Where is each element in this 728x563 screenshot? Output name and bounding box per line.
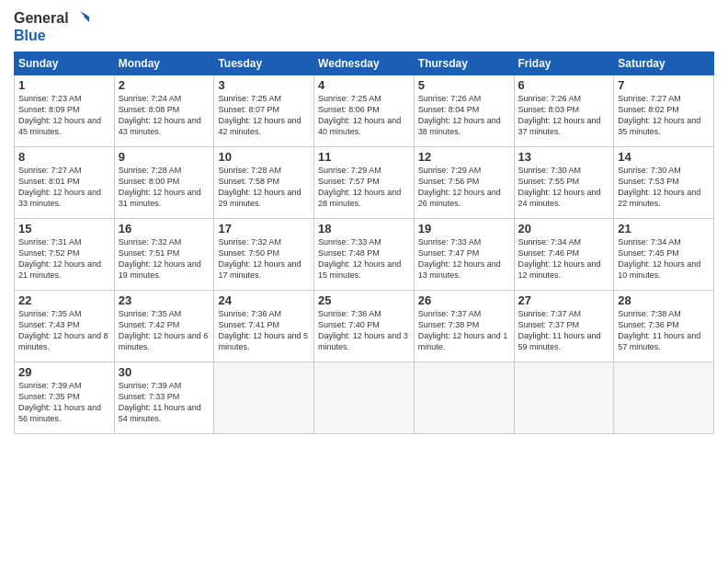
day-number: 25	[318, 293, 410, 307]
day-info: Sunrise: 7:30 AMSunset: 7:53 PMDaylight:…	[618, 165, 710, 210]
day-info: Sunrise: 7:36 AMSunset: 7:41 PMDaylight:…	[218, 308, 310, 353]
day-info: Sunrise: 7:32 AMSunset: 7:50 PMDaylight:…	[218, 236, 310, 282]
weekday-header-sunday: Sunday	[15, 52, 115, 75]
day-cell: 8Sunrise: 7:27 AMSunset: 8:01 PMDaylight…	[15, 147, 115, 219]
day-number: 8	[18, 150, 110, 164]
day-cell: 27Sunrise: 7:37 AMSunset: 7:37 PMDayligh…	[514, 291, 614, 362]
day-cell: 10Sunrise: 7:28 AMSunset: 7:58 PMDayligh…	[214, 147, 314, 219]
day-cell: 21Sunrise: 7:34 AMSunset: 7:45 PMDayligh…	[614, 219, 714, 291]
day-cell	[214, 362, 314, 434]
day-info: Sunrise: 7:33 AMSunset: 7:48 PMDaylight:…	[318, 236, 410, 282]
day-cell: 23Sunrise: 7:35 AMSunset: 7:42 PMDayligh…	[114, 291, 214, 362]
week-row-3: 15Sunrise: 7:31 AMSunset: 7:52 PMDayligh…	[15, 219, 714, 291]
day-number: 7	[618, 78, 710, 92]
day-number: 22	[18, 293, 110, 307]
weekday-header-row: SundayMondayTuesdayWednesdayThursdayFrid…	[15, 52, 714, 75]
day-info: Sunrise: 7:25 AMSunset: 8:07 PMDaylight:…	[218, 93, 310, 138]
week-row-4: 22Sunrise: 7:35 AMSunset: 7:43 PMDayligh…	[15, 291, 714, 362]
day-info: Sunrise: 7:35 AMSunset: 7:42 PMDaylight:…	[119, 308, 210, 353]
day-cell: 19Sunrise: 7:33 AMSunset: 7:47 PMDayligh…	[414, 219, 514, 291]
weekday-header-friday: Friday	[514, 52, 614, 75]
logo-text-general: General	[14, 10, 69, 27]
day-number: 21	[618, 222, 710, 236]
day-cell: 22Sunrise: 7:35 AMSunset: 7:43 PMDayligh…	[15, 291, 115, 362]
day-cell	[514, 362, 614, 434]
day-number: 30	[119, 365, 210, 379]
day-info: Sunrise: 7:34 AMSunset: 7:45 PMDaylight:…	[618, 236, 710, 282]
day-number: 13	[518, 150, 610, 164]
day-cell: 13Sunrise: 7:30 AMSunset: 7:55 PMDayligh…	[514, 147, 614, 219]
svg-marker-0	[80, 11, 89, 17]
day-number: 2	[119, 78, 210, 92]
logo: General Blue	[14, 9, 89, 44]
day-cell: 3Sunrise: 7:25 AMSunset: 8:07 PMDaylight…	[214, 75, 314, 147]
day-number: 15	[18, 222, 110, 236]
day-cell: 29Sunrise: 7:39 AMSunset: 7:35 PMDayligh…	[15, 362, 115, 434]
day-info: Sunrise: 7:27 AMSunset: 8:02 PMDaylight:…	[618, 93, 710, 138]
day-cell: 4Sunrise: 7:25 AMSunset: 8:06 PMDaylight…	[314, 75, 415, 147]
day-info: Sunrise: 7:28 AMSunset: 8:00 PMDaylight:…	[119, 165, 210, 210]
weekday-header-monday: Monday	[114, 52, 214, 75]
logo-text-blue: Blue	[14, 28, 46, 44]
day-info: Sunrise: 7:27 AMSunset: 8:01 PMDaylight:…	[18, 165, 110, 210]
week-row-2: 8Sunrise: 7:27 AMSunset: 8:01 PMDaylight…	[15, 147, 714, 219]
day-cell	[614, 362, 714, 434]
day-cell: 26Sunrise: 7:37 AMSunset: 7:38 PMDayligh…	[414, 291, 514, 362]
day-info: Sunrise: 7:36 AMSunset: 7:40 PMDaylight:…	[318, 308, 410, 353]
day-cell: 30Sunrise: 7:39 AMSunset: 7:33 PMDayligh…	[114, 362, 214, 434]
header: General Blue	[14, 9, 714, 44]
logo-svg: General Blue	[14, 9, 89, 44]
day-number: 23	[119, 293, 210, 307]
day-info: Sunrise: 7:25 AMSunset: 8:06 PMDaylight:…	[318, 93, 410, 138]
day-info: Sunrise: 7:39 AMSunset: 7:33 PMDaylight:…	[119, 380, 210, 425]
day-info: Sunrise: 7:26 AMSunset: 8:03 PMDaylight:…	[518, 93, 610, 138]
day-cell: 1Sunrise: 7:23 AMSunset: 8:09 PMDaylight…	[15, 75, 115, 147]
day-cell: 25Sunrise: 7:36 AMSunset: 7:40 PMDayligh…	[314, 291, 415, 362]
day-number: 11	[318, 150, 410, 164]
day-cell: 5Sunrise: 7:26 AMSunset: 8:04 PMDaylight…	[414, 75, 514, 147]
day-cell: 15Sunrise: 7:31 AMSunset: 7:52 PMDayligh…	[15, 219, 115, 291]
calendar-container: General Blue SundayMondayTuesdayWednesda…	[0, 0, 728, 443]
day-info: Sunrise: 7:35 AMSunset: 7:43 PMDaylight:…	[18, 308, 110, 353]
day-number: 18	[318, 222, 410, 236]
day-cell: 17Sunrise: 7:32 AMSunset: 7:50 PMDayligh…	[214, 219, 314, 291]
day-number: 16	[119, 222, 210, 236]
day-cell	[314, 362, 415, 434]
day-number: 29	[18, 365, 110, 379]
logo-bird-icon	[71, 9, 89, 28]
day-cell: 28Sunrise: 7:38 AMSunset: 7:36 PMDayligh…	[614, 291, 714, 362]
day-info: Sunrise: 7:24 AMSunset: 8:08 PMDaylight:…	[119, 93, 210, 138]
day-cell: 6Sunrise: 7:26 AMSunset: 8:03 PMDaylight…	[514, 75, 614, 147]
day-info: Sunrise: 7:30 AMSunset: 7:55 PMDaylight:…	[518, 165, 610, 210]
day-info: Sunrise: 7:31 AMSunset: 7:52 PMDaylight:…	[18, 236, 110, 282]
day-cell: 12Sunrise: 7:29 AMSunset: 7:56 PMDayligh…	[414, 147, 514, 219]
day-cell: 16Sunrise: 7:32 AMSunset: 7:51 PMDayligh…	[114, 219, 214, 291]
day-number: 19	[418, 222, 510, 236]
calendar-table: SundayMondayTuesdayWednesdayThursdayFrid…	[14, 52, 714, 434]
day-number: 20	[518, 222, 610, 236]
day-number: 9	[119, 150, 210, 164]
day-info: Sunrise: 7:29 AMSunset: 7:56 PMDaylight:…	[418, 165, 510, 210]
day-cell: 14Sunrise: 7:30 AMSunset: 7:53 PMDayligh…	[614, 147, 714, 219]
svg-marker-1	[84, 17, 89, 22]
day-number: 24	[218, 293, 310, 307]
week-row-1: 1Sunrise: 7:23 AMSunset: 8:09 PMDaylight…	[15, 75, 714, 147]
weekday-header-saturday: Saturday	[614, 52, 714, 75]
week-row-5: 29Sunrise: 7:39 AMSunset: 7:35 PMDayligh…	[15, 362, 714, 434]
day-info: Sunrise: 7:39 AMSunset: 7:35 PMDaylight:…	[18, 380, 110, 425]
day-cell: 2Sunrise: 7:24 AMSunset: 8:08 PMDaylight…	[114, 75, 214, 147]
day-number: 14	[618, 150, 710, 164]
day-cell: 18Sunrise: 7:33 AMSunset: 7:48 PMDayligh…	[314, 219, 415, 291]
day-number: 5	[418, 78, 510, 92]
day-info: Sunrise: 7:29 AMSunset: 7:57 PMDaylight:…	[318, 165, 410, 210]
day-cell: 7Sunrise: 7:27 AMSunset: 8:02 PMDaylight…	[614, 75, 714, 147]
weekday-header-tuesday: Tuesday	[214, 52, 314, 75]
day-number: 6	[518, 78, 610, 92]
weekday-header-wednesday: Wednesday	[314, 52, 415, 75]
day-info: Sunrise: 7:23 AMSunset: 8:09 PMDaylight:…	[18, 93, 110, 138]
day-number: 17	[218, 222, 310, 236]
day-cell	[414, 362, 514, 434]
day-number: 4	[318, 78, 410, 92]
day-info: Sunrise: 7:33 AMSunset: 7:47 PMDaylight:…	[418, 236, 510, 282]
day-number: 1	[18, 78, 110, 92]
